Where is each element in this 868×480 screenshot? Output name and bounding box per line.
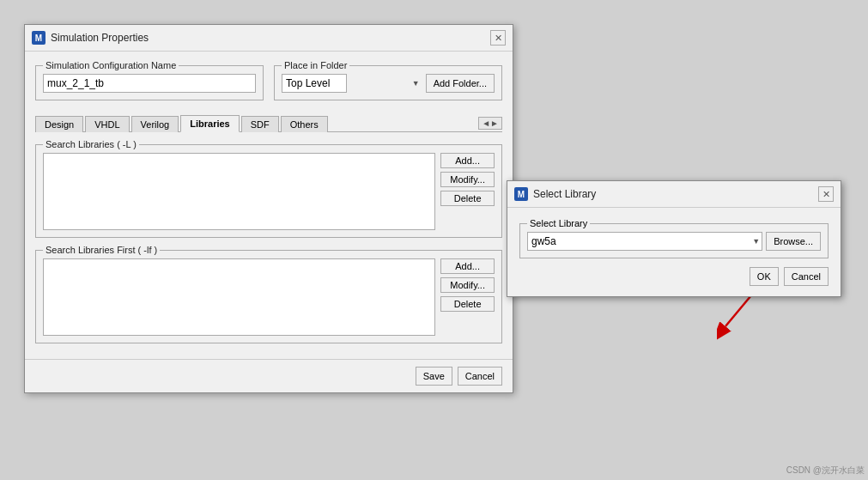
select-library-dialog: M Select Library ✕ Select Library Browse… — [507, 180, 841, 297]
select-lib-input[interactable] — [527, 232, 762, 251]
select-lib-titlebar: M Select Library ✕ — [507, 181, 841, 208]
select-lib-close-button[interactable]: ✕ — [818, 186, 834, 202]
search-lib-list — [43, 153, 435, 230]
select-lib-group-label: Select Library — [527, 218, 590, 228]
search-lib-content: Add... Modify... Delete — [43, 153, 495, 230]
select-lib-group: Select Library Browse... — [519, 218, 829, 258]
tab-libraries[interactable]: Libraries — [180, 115, 239, 132]
main-dialog-footer: Save Cancel — [25, 359, 513, 392]
tab-verilog[interactable]: Verilog — [131, 116, 179, 132]
main-dialog-close-button[interactable]: ✕ — [490, 30, 506, 46]
cancel-button[interactable]: Cancel — [458, 367, 502, 386]
tabs-bar: Design VHDL Verilog Libraries SDF Others… — [35, 114, 502, 132]
select-lib-cancel-button[interactable]: Cancel — [784, 267, 829, 286]
place-folder-label: Place in Folder — [282, 60, 349, 70]
search-lib-modify-button[interactable]: Modify... — [440, 172, 495, 187]
search-lib-first-buttons: Add... Modify... Delete — [440, 258, 495, 336]
main-dialog-title: Simulation Properties — [51, 32, 149, 44]
mentor-icon: M — [32, 31, 46, 45]
search-libraries-first-group: Search Libraries First ( -lf ) Add... Mo… — [35, 245, 502, 343]
search-lib-buttons: Add... Modify... Delete — [440, 153, 495, 230]
config-name-label: Simulation Configuration Name — [43, 60, 179, 70]
search-libraries-group: Search Libraries ( -L ) Add... Modify...… — [35, 139, 502, 238]
search-lib-delete-button[interactable]: Delete — [440, 191, 495, 206]
search-lib-first-add-button[interactable]: Add... — [440, 258, 495, 274]
search-lib-add-button[interactable]: Add... — [440, 153, 495, 168]
select-lib-footer: OK Cancel — [519, 267, 829, 286]
main-dialog-titlebar: M Simulation Properties ✕ — [25, 25, 513, 52]
select-lib-body: Select Library Browse... OK Cancel — [507, 208, 841, 296]
select-lib-icon: M — [514, 187, 528, 201]
main-dialog-body: Simulation Configuration Name Place in F… — [25, 52, 513, 359]
search-lib-first-content: Add... Modify... Delete — [43, 258, 495, 336]
add-folder-button[interactable]: Add Folder... — [426, 74, 495, 93]
save-button[interactable]: Save — [416, 367, 452, 386]
tab-scroll-arrow[interactable]: ◄► — [478, 117, 502, 130]
search-lib-first-list — [43, 258, 435, 336]
tab-vhdl[interactable]: VHDL — [85, 116, 129, 132]
search-lib-first-modify-button[interactable]: Modify... — [440, 277, 495, 293]
folder-row: Top Level Add Folder... — [282, 74, 495, 93]
place-folder-group: Place in Folder Top Level Add Folder... — [274, 60, 502, 100]
select-lib-ok-button[interactable]: OK — [750, 267, 779, 286]
place-folder-select[interactable]: Top Level — [282, 74, 347, 93]
browse-button[interactable]: Browse... — [766, 232, 821, 251]
title-left: M Simulation Properties — [32, 31, 149, 45]
config-name-group: Simulation Configuration Name — [35, 60, 264, 100]
search-lib-label: Search Libraries ( -L ) — [43, 139, 139, 149]
folder-select-wrapper: Top Level — [282, 74, 422, 93]
select-lib-title-left: M Select Library — [514, 187, 596, 201]
select-lib-title: Select Library — [533, 188, 596, 200]
tab-design[interactable]: Design — [35, 116, 83, 132]
watermark: CSDN @浣开水白菜 — [786, 465, 865, 477]
tab-others[interactable]: Others — [281, 116, 328, 132]
top-row: Simulation Configuration Name Place in F… — [35, 60, 502, 107]
config-name-input[interactable] — [43, 74, 256, 93]
search-lib-first-delete-button[interactable]: Delete — [440, 296, 495, 312]
search-lib-first-label: Search Libraries First ( -lf ) — [43, 245, 160, 255]
tab-sdf[interactable]: SDF — [241, 116, 279, 132]
select-lib-input-row: Browse... — [527, 232, 821, 251]
simulation-properties-dialog: M Simulation Properties ✕ Simulation Con… — [24, 24, 513, 393]
select-lib-input-wrapper — [527, 232, 762, 251]
